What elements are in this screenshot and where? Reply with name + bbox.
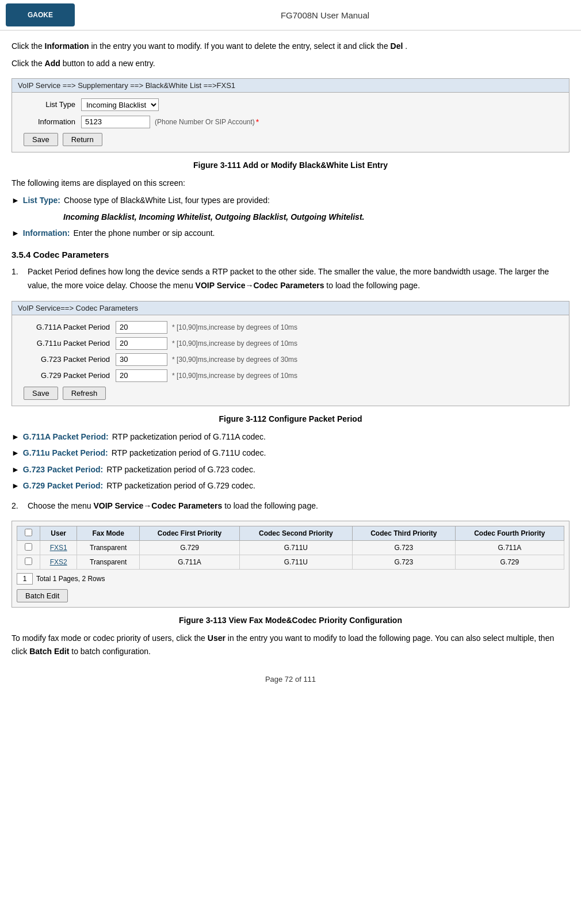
- logo-text: GAOKE: [28, 11, 53, 19]
- codec-refresh-button[interactable]: Refresh: [63, 387, 106, 400]
- codec-text-729: RTP packetization period of G.729 codec.: [106, 479, 255, 492]
- figure112-caption: Figure 3-112 Configure Packet Period: [12, 414, 569, 423]
- pagination-hint: Total 1 Pages, 2 Rows: [36, 575, 105, 583]
- item-label-2: Information:: [23, 227, 70, 239]
- codec-bullet-711a: ►: [12, 430, 20, 443]
- page-title: FG7008N User Manual: [75, 10, 575, 20]
- codec-save-button[interactable]: Save: [24, 387, 58, 400]
- row2-codec3: G.723: [353, 555, 456, 570]
- codec-label-list-711a: G.711A Packet Period:: [23, 430, 109, 443]
- table-row: FXS2 Transparent G.711A G.711U G.723 G.7…: [17, 555, 564, 570]
- panel-codec: VoIP Service==> Codec Parameters G.711A …: [12, 301, 569, 406]
- panel2-btn-row: Save Refresh: [24, 387, 557, 400]
- row1-fax-mode: Transparent: [77, 541, 140, 555]
- item-bullet-1: ►: [12, 194, 20, 207]
- information-hint: (Phone Number Or SIP Account): [155, 118, 255, 126]
- codec-hint-729: * [10,90]ms,increase by degrees of 10ms: [172, 372, 297, 380]
- codec-priority-table: User Fax Mode Codec First Priority Codec…: [17, 526, 564, 570]
- row2-codec1: G.711A: [140, 555, 239, 570]
- batch-edit-button[interactable]: Batch Edit: [17, 589, 68, 602]
- list-type-select[interactable]: Incoming Blacklist: [81, 98, 159, 111]
- codec-hint-711a: * [10,90]ms,increase by degrees of 10ms: [172, 323, 297, 331]
- codec-input-711a[interactable]: [116, 321, 167, 334]
- fxs2-link[interactable]: FXS2: [50, 558, 67, 566]
- codec-text-711u: RTP packetization period of G.711U codec…: [112, 446, 266, 459]
- row2-fax-mode: Transparent: [77, 555, 140, 570]
- logo: GAOKE: [6, 3, 75, 26]
- codec-bullet-729: ►: [12, 479, 20, 492]
- codec-item-711u: ► G.711u Packet Period: RTP packetizatio…: [12, 446, 569, 459]
- codec-label-list-723: G.723 Packet Period:: [23, 463, 103, 476]
- select-all-checkbox[interactable]: [25, 529, 32, 536]
- table-row: FXS1 Transparent G.729 G.711U G.723 G.71…: [17, 541, 564, 555]
- information-required: *: [256, 117, 259, 127]
- information-input[interactable]: [81, 116, 150, 128]
- numbered-num-1: 1.: [12, 265, 28, 293]
- return-button[interactable]: Return: [63, 133, 102, 146]
- item-label-1: List Type:: [23, 194, 60, 207]
- form-row-information: Information (Phone Number Or SIP Account…: [24, 116, 557, 128]
- fxs1-link[interactable]: FXS1: [50, 544, 67, 552]
- codec-label-711u: G.711u Packet Period: [24, 339, 116, 348]
- row2-checkbox-cell: [17, 555, 40, 570]
- codec-input-711u[interactable]: [116, 337, 167, 350]
- numbered-item-1: 1. Packet Period defines how long the de…: [12, 265, 569, 293]
- codec-text-723: RTP packetization period of G.723 codec.: [106, 463, 255, 476]
- panel-codec-title: VoIP Service==> Codec Parameters: [12, 301, 569, 315]
- codec-item-723: ► G.723 Packet Period: RTP packetization…: [12, 463, 569, 476]
- intro-paragraph2: Click the Add button to add a new entry.: [12, 57, 569, 70]
- information-label: Information: [24, 117, 81, 126]
- section-354-heading: 3.5.4 Codec Parameters: [12, 250, 569, 259]
- col-header-codec1: Codec First Priority: [140, 526, 239, 541]
- row2-codec4: G.729: [455, 555, 564, 570]
- codec-label-723: G.723 Packet Period: [24, 355, 116, 364]
- row1-codec2: G.711U: [239, 541, 353, 555]
- row1-checkbox[interactable]: [25, 543, 32, 551]
- numbered-item-2: 2. Choose the menu VOIP Service→Codec Pa…: [12, 499, 569, 513]
- page-header: GAOKE FG7008N User Manual: [0, 0, 581, 30]
- row2-checkbox[interactable]: [25, 558, 32, 565]
- col-header-codec2: Codec Second Priority: [239, 526, 353, 541]
- codec-row-723: G.723 Packet Period * [30,90]ms,increase…: [24, 353, 557, 366]
- numbered-text-1: Packet Period defines how long the devic…: [28, 265, 569, 293]
- intro-bold-add: Add: [45, 59, 60, 68]
- item-list-type: ► List Type: Choose type of Black&White …: [12, 194, 569, 207]
- codec-input-729[interactable]: [116, 369, 167, 382]
- col-header-checkbox: [17, 526, 40, 541]
- outro-bold-batch: Batch Edit: [29, 647, 69, 656]
- codec-label-711a: G.711A Packet Period: [24, 323, 116, 331]
- item-highlight-row: Incoming Blacklist, Incoming Whitelist, …: [12, 211, 569, 223]
- page-number-input[interactable]: [17, 573, 33, 585]
- row2-user[interactable]: FXS2: [40, 555, 77, 570]
- row1-codec3: G.723: [353, 541, 456, 555]
- codec-row-729: G.729 Packet Period * [10,90]ms,increase…: [24, 369, 557, 382]
- row1-checkbox-cell: [17, 541, 40, 555]
- figure113-caption: Figure 3-113 View Fax Mode&Codec Priorit…: [12, 616, 569, 625]
- item-text-2: Enter the phone number or sip account.: [74, 227, 215, 239]
- col-header-fax-mode: Fax Mode: [77, 526, 140, 541]
- codec-label-list-729: G.729 Packet Period:: [23, 479, 103, 492]
- intro-paragraph1: Click the Information in the entry you w…: [12, 40, 569, 52]
- codec-text-711a: RTP packetization period of G.711A codec…: [112, 430, 266, 443]
- panel-bw-list: VoIP Service ==> Supplementary ==> Black…: [12, 78, 569, 152]
- numbered-bold-2: VOIP Service→Codec Parameters: [93, 501, 222, 510]
- col-header-user: User: [40, 526, 77, 541]
- item-indent: [12, 211, 63, 223]
- codec-input-723[interactable]: [116, 353, 167, 366]
- codec-row-711u: G.711u Packet Period * [10,90]ms,increas…: [24, 337, 557, 350]
- intro-text2-end: button to add a new entry.: [63, 59, 155, 68]
- row1-user[interactable]: FXS1: [40, 541, 77, 555]
- item-highlight: Incoming Blacklist, Incoming Whitelist, …: [63, 211, 364, 223]
- panel1-btn-row: Save Return: [24, 133, 557, 146]
- row1-codec1: G.729: [140, 541, 239, 555]
- intro-bold-information: Information: [45, 41, 89, 51]
- codec-item-711a: ► G.711A Packet Period: RTP packetizatio…: [12, 430, 569, 443]
- outro-bold-user: User: [208, 633, 225, 643]
- panel-table: User Fax Mode Codec First Priority Codec…: [12, 521, 569, 608]
- numbered-text-2: Choose the menu VOIP Service→Codec Param…: [28, 499, 569, 513]
- table-btn-row: Batch Edit: [17, 589, 564, 602]
- table-footer: Total 1 Pages, 2 Rows: [17, 573, 564, 585]
- intro-bold-del: Del: [391, 41, 403, 51]
- save-button[interactable]: Save: [24, 133, 58, 146]
- row1-codec4: G.711A: [455, 541, 564, 555]
